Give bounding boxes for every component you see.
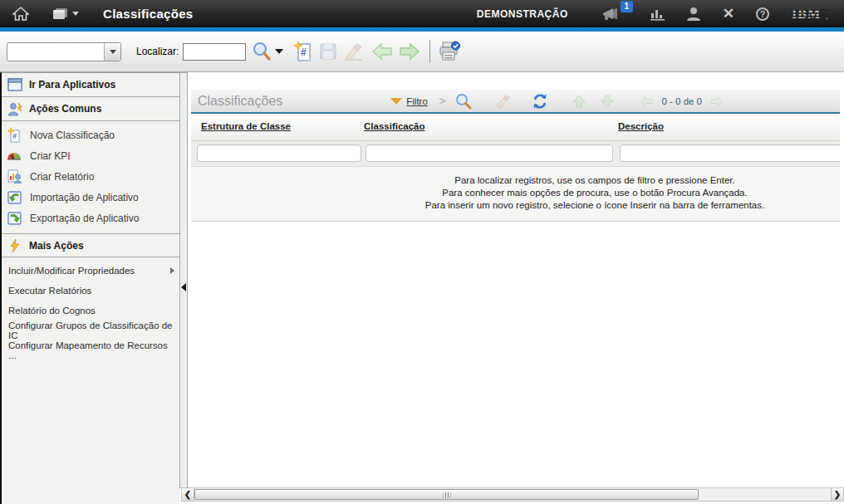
scroll-left-arrow[interactable]: ❮ bbox=[182, 488, 194, 501]
notification-badge: 1 bbox=[621, 1, 633, 12]
application-window-icon bbox=[6, 78, 24, 91]
app-header: Classificações DEMONSTRAÇÃO 1 bbox=[0, 0, 844, 27]
application-toolbar: Localizar: # bbox=[0, 32, 844, 72]
table-filter-row bbox=[191, 141, 840, 167]
new-classification-icon: # bbox=[5, 128, 23, 143]
sidebar-item-criar-kpi[interactable]: Criar KPI bbox=[2, 145, 179, 166]
bulletin-board-icon[interactable]: 1 bbox=[601, 7, 621, 22]
next-row-icon[interactable] bbox=[600, 94, 615, 109]
sidebar-item-label: Configurar Mapeamento de Recursos ... bbox=[8, 340, 174, 360]
close-session-icon[interactable]: ✕ bbox=[723, 7, 734, 21]
scroll-right-arrow[interactable]: ❯ bbox=[831, 488, 843, 501]
kpi-gauge-icon bbox=[5, 151, 23, 160]
save-record-icon[interactable] bbox=[319, 42, 337, 61]
sidebar-item-label: Configurar Grupos de Classificação de IC bbox=[8, 321, 174, 340]
scrollbar-thumb[interactable] bbox=[194, 489, 699, 500]
sidebar-item-incluir-modificar-propriedades[interactable]: Incluir/Modificar Propriedades bbox=[2, 261, 179, 281]
search-options-dropdown-icon[interactable] bbox=[275, 49, 283, 54]
main-content: Classificações Filtro > bbox=[188, 72, 840, 504]
sidebar-section-common-actions[interactable]: Ações Comuns bbox=[2, 97, 179, 121]
sidebar-section-more-actions[interactable]: Mais Ações bbox=[2, 233, 179, 257]
toolbar-separator bbox=[429, 40, 430, 63]
sidebar-item-relatorio-do-cognos[interactable]: Relatório do Cognos bbox=[2, 301, 179, 321]
submenu-arrow-icon bbox=[170, 267, 174, 274]
combobox-dropdown-button[interactable] bbox=[104, 43, 120, 61]
svg-text:#: # bbox=[12, 132, 17, 140]
sidebar-item-configurar-mapeamento-recursos[interactable]: Configurar Mapeamento de Recursos ... bbox=[2, 340, 179, 360]
applications-menu-icon[interactable] bbox=[52, 7, 80, 21]
sidebar-collapse-handle[interactable] bbox=[179, 72, 188, 488]
hint-line: Para conhecer mais opções de procura, us… bbox=[191, 187, 840, 199]
hint-line: Para inserir um novo registro, selecione… bbox=[191, 199, 840, 212]
localizar-label: Localizar: bbox=[136, 46, 179, 57]
sidebar-section-label: Mais Ações bbox=[29, 240, 84, 252]
column-header-classificacao[interactable]: Classificação bbox=[364, 121, 425, 131]
column-header-descricao[interactable]: Descrição bbox=[618, 121, 664, 131]
profile-icon[interactable] bbox=[686, 7, 701, 21]
refresh-icon[interactable] bbox=[532, 93, 548, 110]
table-search-icon[interactable] bbox=[455, 93, 472, 110]
next-page-icon[interactable] bbox=[710, 95, 724, 107]
empty-table-hints: Para localizar registros, use os campos … bbox=[191, 167, 840, 222]
sidebar-item-importacao-aplicativo[interactable]: Importação de Aplicativo bbox=[2, 187, 179, 208]
filter-input-descricao[interactable] bbox=[620, 144, 840, 162]
sidebar-item-label: Relatório do Cognos bbox=[8, 306, 96, 316]
collapse-left-icon bbox=[181, 283, 186, 291]
page-title: Classificações bbox=[103, 7, 193, 21]
sidebar-item-label: Executar Relatórios bbox=[8, 286, 91, 296]
new-record-icon[interactable]: # bbox=[293, 41, 313, 62]
lightning-icon bbox=[6, 238, 24, 253]
pagination-label: 0 - 0 de 0 bbox=[661, 96, 702, 106]
sidebar-item-executar-relatorios[interactable]: Executar Relatórios bbox=[2, 281, 179, 301]
import-application-icon bbox=[5, 191, 23, 204]
filter-link[interactable]: Filtro bbox=[406, 96, 428, 106]
sidebar-item-criar-relatorio[interactable]: Criar Relatório bbox=[2, 166, 179, 187]
table-toolbar: Classificações Filtro > bbox=[191, 90, 840, 114]
sidebar-section-go-to-applications[interactable]: Ir Para Aplicativos bbox=[2, 73, 179, 97]
sidebar-item-label: Exportação de Aplicativo bbox=[30, 213, 139, 224]
chevron-down-icon bbox=[72, 12, 79, 16]
sidebar-item-configurar-grupos-classificacao[interactable]: Configurar Grupos de Classificação de IC bbox=[2, 321, 179, 340]
sidebar-item-label: Nova Classificação bbox=[30, 130, 115, 141]
help-icon[interactable]: ? bbox=[756, 7, 769, 21]
filter-triangle-icon[interactable] bbox=[390, 98, 402, 105]
export-application-icon bbox=[5, 212, 23, 225]
reports-chart-icon[interactable] bbox=[650, 7, 666, 21]
print-icon[interactable] bbox=[438, 41, 461, 62]
ibm-logo: IBM bbox=[791, 7, 829, 21]
sidebar-item-label: Criar KPI bbox=[30, 150, 71, 162]
sidebar-item-nova-classificacao[interactable]: # Nova Classificação bbox=[2, 125, 179, 145]
previous-row-icon[interactable] bbox=[572, 94, 586, 109]
column-header-estrutura[interactable]: Estrutura de Classe bbox=[201, 121, 291, 131]
sidebar-item-label: Importação de Aplicativo bbox=[30, 192, 139, 203]
previous-page-icon[interactable] bbox=[640, 95, 653, 107]
search-icon[interactable] bbox=[252, 42, 272, 61]
table-clear-icon[interactable] bbox=[495, 94, 512, 109]
sidebar: Ir Para Aplicativos Ações Comuns # bbox=[0, 72, 179, 504]
next-record-icon[interactable] bbox=[399, 42, 420, 61]
scrollbar-grip bbox=[443, 492, 450, 498]
hint-line: Para localizar registros, use os campos … bbox=[191, 174, 840, 187]
table-header-row: Estrutura de Classe Classificação Descri… bbox=[191, 114, 840, 141]
search-input[interactable] bbox=[183, 43, 246, 61]
clear-changes-icon[interactable] bbox=[343, 42, 363, 61]
sidebar-item-exportacao-aplicativo[interactable]: Exportação de Aplicativo bbox=[2, 208, 179, 228]
chevron-right-icon: > bbox=[439, 95, 446, 107]
sidebar-item-label: Incluir/Modificar Propriedades bbox=[8, 266, 135, 276]
record-combobox[interactable] bbox=[7, 42, 121, 61]
common-actions-icon bbox=[6, 102, 24, 116]
home-icon[interactable] bbox=[10, 7, 32, 21]
svg-text:#: # bbox=[301, 46, 307, 58]
environment-label: DEMONSTRAÇÃO bbox=[477, 8, 568, 20]
horizontal-scrollbar[interactable]: ❮ ❯ bbox=[181, 487, 844, 502]
application-window: Classificações DEMONSTRAÇÃO 1 bbox=[0, 0, 844, 504]
sidebar-item-label: Criar Relatório bbox=[30, 171, 94, 183]
report-icon bbox=[5, 169, 23, 183]
classifications-panel: Classificações Filtro > bbox=[191, 90, 840, 222]
filter-input-classificacao[interactable] bbox=[366, 144, 613, 162]
previous-record-icon[interactable] bbox=[371, 42, 393, 61]
sidebar-section-label: Ações Comuns bbox=[29, 103, 101, 115]
sidebar-section-label: Ir Para Aplicativos bbox=[29, 79, 115, 91]
filter-input-estrutura[interactable] bbox=[197, 144, 361, 162]
table-title: Classificações bbox=[198, 94, 282, 109]
